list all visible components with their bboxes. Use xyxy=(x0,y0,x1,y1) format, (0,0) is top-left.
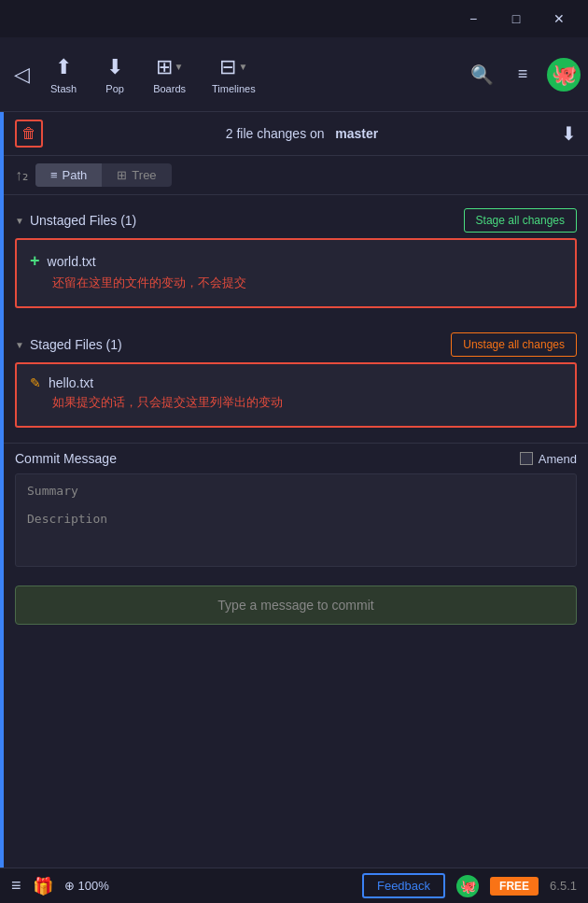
menu-icon: ≡ xyxy=(518,64,528,84)
commit-section: Commit Message Amend Summary Description xyxy=(4,443,588,578)
minimize-button[interactable]: − xyxy=(452,5,495,33)
path-view-button[interactable]: ≡ Path xyxy=(35,163,102,187)
commit-header: Commit Message Amend xyxy=(15,451,577,466)
kraken-logo-button[interactable]: 🐙 xyxy=(547,58,581,92)
amend-label: Amend xyxy=(539,452,577,466)
unstaged-file-item[interactable]: + world.txt 还留在这里的文件的变动，不会提交 xyxy=(24,247,567,299)
kraken-icon: 🐙 xyxy=(552,63,577,87)
boards-icon: ⊞ xyxy=(156,55,173,79)
back-icon: ◁ xyxy=(14,63,30,87)
content-area: 🗑 2 file changes on master ⬇ ↑₂ ≡ Path ⊞… xyxy=(4,112,588,868)
stash-label: Stash xyxy=(50,83,77,94)
unstaged-file-list: + world.txt 还留在这里的文件的变动，不会提交 xyxy=(15,238,577,308)
file-modified-icon: ✎ xyxy=(30,375,41,390)
boards-label: Boards xyxy=(153,83,186,94)
unstage-all-button[interactable]: Unstage all changes xyxy=(451,332,577,357)
timelines-dropdown-arrow: ▼ xyxy=(238,62,247,72)
main-area: 🗑 2 file changes on master ⬇ ↑₂ ≡ Path ⊞… xyxy=(0,112,588,868)
unstaged-section: ▼ Unstaged Files (1) Stage all changes +… xyxy=(4,203,588,319)
zoom-level-label: 100% xyxy=(78,879,109,893)
unstaged-label: Unstaged Files (1) xyxy=(30,213,136,228)
gift-icon[interactable]: 🎁 xyxy=(33,876,53,896)
staged-chevron: ▼ xyxy=(15,340,24,350)
bottombar: ≡ 🎁 ⊕ 100% Feedback 🐙 FREE 6.5.1 xyxy=(0,868,588,903)
timelines-icon: ⊟ xyxy=(219,55,236,79)
toolbar-item-stash[interactable]: ⬆ Stash xyxy=(39,49,88,100)
unstaged-title[interactable]: ▼ Unstaged Files (1) xyxy=(15,213,136,228)
search-button[interactable]: 🔍 xyxy=(465,58,498,92)
toolbar-item-back[interactable]: ◁ xyxy=(7,57,35,92)
commit-message-label: Commit Message xyxy=(15,451,117,466)
commit-btn-area: Type a message to commit xyxy=(4,578,588,632)
menu-button[interactable]: ≡ xyxy=(506,58,539,92)
search-icon: 🔍 xyxy=(470,63,494,86)
branch-name: master xyxy=(335,126,378,141)
discard-all-button[interactable]: 🗑 xyxy=(15,120,43,148)
unstaged-filename: world.txt xyxy=(48,254,96,269)
titlebar: − □ ✕ xyxy=(0,0,588,37)
close-button[interactable]: ✕ xyxy=(538,5,581,33)
staged-header: ▼ Staged Files (1) Unstage all changes xyxy=(15,327,577,362)
unstaged-chevron: ▼ xyxy=(15,216,24,226)
version-label: 6.5.1 xyxy=(550,879,577,893)
toolbar: ◁ ⬆ Stash ⬇ Pop ⊞ ▼ Boards ⊟ ▼ Timelines… xyxy=(0,37,588,112)
sort-icon[interactable]: ↑₂ xyxy=(15,166,28,184)
staged-filename: hello.txt xyxy=(49,375,93,390)
zoom-control[interactable]: ⊕ 100% xyxy=(64,879,109,893)
unstaged-file-row: + world.txt xyxy=(30,251,562,271)
stash-icon: ⬆ xyxy=(55,55,72,79)
view-toggle-buttons: ≡ Path ⊞ Tree xyxy=(35,163,172,187)
staged-file-item[interactable]: ✎ hello.txt 如果提交的话，只会提交这里列举出的变动 xyxy=(24,372,567,418)
zoom-icon: ⊕ xyxy=(64,879,75,893)
unstaged-annotation: 还留在这里的文件的变动，不会提交 xyxy=(30,271,562,295)
commit-button[interactable]: Type a message to commit xyxy=(15,586,577,625)
pop-icon: ⬇ xyxy=(106,55,123,79)
staged-section: ▼ Staged Files (1) Unstage all changes ✎… xyxy=(4,327,588,439)
maximize-button[interactable]: □ xyxy=(495,5,538,33)
stage-all-button[interactable]: Stage all changes xyxy=(464,208,577,233)
boards-dropdown-arrow: ▼ xyxy=(175,62,184,72)
feedback-button[interactable]: Feedback xyxy=(362,873,445,898)
staged-annotation: 如果提交的话，只会提交这里列举出的变动 xyxy=(30,390,562,415)
commit-textarea[interactable]: Summary Description xyxy=(15,473,577,567)
staged-file-list: ✎ hello.txt 如果提交的话，只会提交这里列举出的变动 xyxy=(15,362,577,428)
staged-title[interactable]: ▼ Staged Files (1) xyxy=(15,337,122,352)
avatar-icon[interactable]: 🐙 xyxy=(456,875,479,897)
amend-checkbox[interactable] xyxy=(520,452,533,465)
toolbar-item-timelines[interactable]: ⊟ ▼ Timelines xyxy=(201,49,267,100)
path-icon: ≡ xyxy=(50,168,58,182)
download-button[interactable]: ⬇ xyxy=(561,122,577,145)
view-toggle: ↑₂ ≡ Path ⊞ Tree xyxy=(4,156,588,195)
free-badge[interactable]: FREE xyxy=(490,877,539,896)
toolbar-item-boards[interactable]: ⊞ ▼ Boards xyxy=(142,49,197,100)
list-icon[interactable]: ≡ xyxy=(11,876,21,896)
toolbar-item-pop[interactable]: ⬇ Pop xyxy=(91,49,138,100)
staged-label: Staged Files (1) xyxy=(30,337,122,352)
pop-label: Pop xyxy=(105,83,124,94)
amend-row: Amend xyxy=(520,452,577,466)
trash-icon: 🗑 xyxy=(21,125,36,142)
file-new-icon: + xyxy=(30,251,40,271)
staged-file-row: ✎ hello.txt xyxy=(30,375,562,390)
changes-header: 🗑 2 file changes on master ⬇ xyxy=(4,112,588,156)
file-count-label: 2 file changes on xyxy=(226,126,325,141)
avatar-img: 🐙 xyxy=(460,879,476,894)
unstaged-header: ▼ Unstaged Files (1) Stage all changes xyxy=(15,203,577,238)
changes-title: 2 file changes on master xyxy=(43,126,561,141)
timelines-label: Timelines xyxy=(212,83,256,94)
tree-view-button[interactable]: ⊞ Tree xyxy=(102,163,171,187)
tree-icon: ⊞ xyxy=(117,168,127,182)
